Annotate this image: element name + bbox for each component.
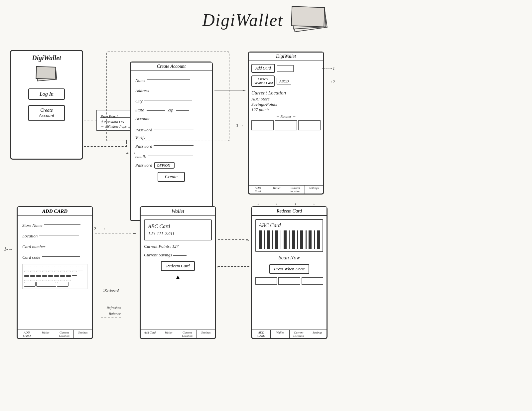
wallet-savings-row: Current Savings [144, 250, 212, 258]
step1-add-card-label: 1-→ [4, 246, 13, 252]
add-card-button[interactable]: Add Card [251, 64, 275, 73]
main-nav: ADDCard Wallet Currentlocation Settings [249, 185, 323, 194]
step2-wallet-label: 2----→ [94, 226, 106, 231]
field-card-code: Card code [22, 251, 87, 260]
rotates-label: ← Rotates → [251, 114, 321, 118]
r-nav-wallet[interactable]: Wallet [271, 330, 289, 338]
login-title: DigiWallet [14, 54, 79, 62]
card-slot-2 [275, 120, 297, 130]
abcd-badge: ABCD [277, 78, 291, 84]
nav-current-location[interactable]: Currentlocation [286, 186, 305, 194]
w-nav-location[interactable]: Current Location [178, 330, 197, 338]
nav-add-card[interactable]: ADDCard [249, 186, 267, 194]
main-screen: DigiWallet Add Card →1 CurrentLocation C… [248, 52, 324, 195]
redeem-nav: ADDCARD Wallet CurrentLocation Settings [252, 330, 327, 338]
redeem-card-slots [255, 277, 323, 285]
password-arrow: → [100, 124, 104, 128]
add-card-row: Add Card [251, 64, 321, 73]
wallet-up-arrow: ▲ [144, 274, 212, 281]
wallet-screen: Wallet ABC Card 123 111 2331 Current Poi… [140, 206, 216, 339]
wallet-card: ABC Card 123 111 2331 [144, 219, 212, 240]
field-email: email: [135, 151, 207, 159]
login-button[interactable]: Log In [28, 88, 65, 100]
r-nav-location[interactable]: CurrentLocation [290, 330, 308, 338]
w-nav-settings[interactable]: Settings [197, 330, 215, 338]
add-card-header: ADD CARD [18, 207, 92, 216]
arrow-add-wallet: → [95, 233, 135, 233]
w-nav-add[interactable]: Add Card [141, 330, 159, 338]
current-location-section: Current Location ABC Store Savings/Point… [251, 90, 321, 112]
login-wallet-icon [35, 65, 58, 82]
arrow-redeem-back: ← [218, 266, 249, 267]
redeem-card-button[interactable]: Redeem Card [161, 261, 195, 271]
step2-arrow: →2 [322, 79, 335, 84]
step1-arrow: →1 [322, 66, 335, 71]
scan-label: Scan Now [255, 255, 323, 261]
ac-nav-wallet[interactable]: Wallet [36, 330, 55, 338]
arrow-to-main: → [214, 90, 244, 90]
keyboard-label: }Keyboard [103, 287, 119, 293]
password-toggle-button[interactable]: OFF|ON↑ [154, 162, 175, 169]
nav-wallet[interactable]: Wallet [267, 186, 286, 194]
add-card-nav: ADDCARD Wallet CurrentLocation Settings [18, 330, 92, 338]
ac-nav-add[interactable]: ADDCARD [18, 330, 36, 338]
done-button[interactable]: Press When Done [269, 264, 310, 274]
login-screen: DigiWallet Log In CreateAccount [10, 50, 83, 160]
refreshes-balance: RefreshesBalance [101, 304, 121, 318]
arrow-create-form [84, 146, 127, 147]
app-title: DigiWallet [202, 10, 283, 30]
add-card-input[interactable] [277, 65, 294, 72]
nav-settings[interactable]: Settings [305, 186, 323, 194]
redeem-header: Redeem Card [252, 207, 327, 216]
ac-nav-location[interactable]: CurrentLocation [55, 330, 74, 338]
main-container: DigiWallet DigiWallet Log In CreateAccou… [0, 0, 532, 411]
keyboard-area [22, 264, 87, 289]
password-toggle-row: Password OFF|ON↑ [135, 162, 207, 169]
wallet-header: Wallet [141, 207, 215, 216]
wallet-points: Current Points: 127 [144, 244, 212, 249]
dashed-region [106, 52, 229, 141]
create-account-button[interactable]: CreateAccount [28, 105, 65, 121]
r-nav-add[interactable]: ADDCARD [252, 330, 271, 338]
create-button[interactable]: Create [158, 172, 185, 182]
step3-label: 3-→ [236, 122, 244, 128]
create-account-label: CreateAccount [39, 108, 54, 118]
ac-nav-settings[interactable]: Settings [74, 330, 92, 338]
main-header: DigiWallet [249, 53, 323, 61]
field-location: Location [22, 230, 87, 239]
card-slot-1 [251, 120, 274, 130]
arrow-wallet-redeem: → [218, 239, 248, 240]
redeem-screen: Redeem Card ABC Card [251, 206, 328, 339]
redeem-card: ABC Card [255, 219, 323, 252]
barcode [259, 230, 320, 249]
add-card-screen: ADD CARD Store Name Location Card number… [17, 206, 93, 339]
card-slots [251, 120, 321, 130]
step4-label: 4--→ [126, 150, 136, 156]
r-nav-settings[interactable]: Settings [308, 330, 327, 338]
current-location-button[interactable]: CurrentLocation Card [251, 75, 275, 87]
w-nav-wallet[interactable]: Wallet [159, 330, 178, 338]
wallet-sketch-icon [290, 7, 330, 33]
current-location-card-row: CurrentLocation Card ABCD [251, 75, 321, 87]
card-slot-3 [298, 120, 321, 130]
field-card-number: Card number [22, 241, 87, 249]
wallet-nav: Add Card Wallet Current Location Setting… [141, 330, 215, 338]
field-store-name: Store Name [22, 219, 87, 228]
